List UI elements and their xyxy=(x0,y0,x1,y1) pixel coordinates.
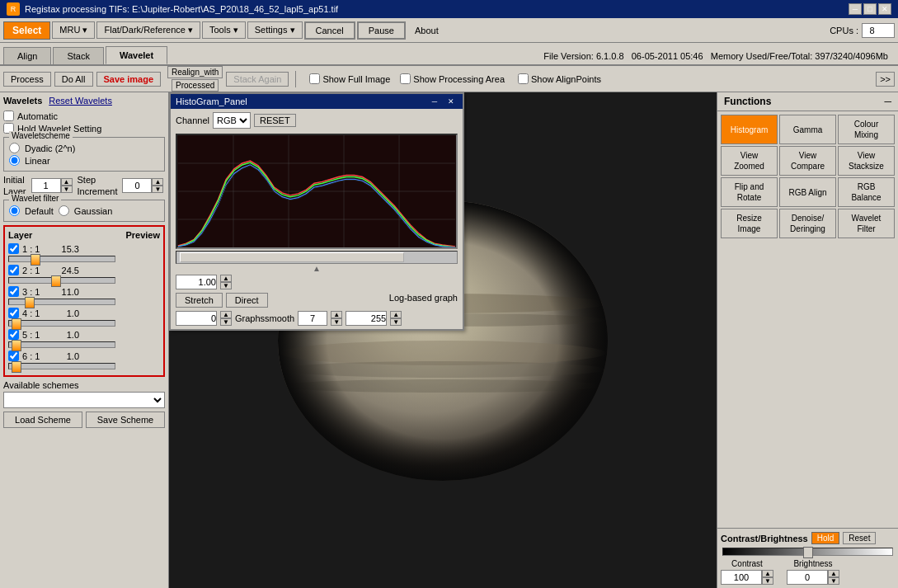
functions-minimize-button[interactable]: ─ xyxy=(884,96,891,107)
mru-menu[interactable]: MRU ▾ xyxy=(52,21,95,39)
denoise-func-button[interactable]: Denoise/ Deringing xyxy=(779,209,836,238)
layer-3-slider[interactable] xyxy=(8,299,115,305)
direct-button[interactable]: Direct xyxy=(226,293,268,308)
brightness-input[interactable]: 0 xyxy=(787,570,828,585)
initial-layer-up[interactable]: ▲ xyxy=(61,178,73,186)
processed-button[interactable]: Processed xyxy=(172,79,219,92)
layer-6-checkbox[interactable] xyxy=(8,350,19,361)
layer-4-thumb[interactable] xyxy=(12,318,21,330)
gamma-func-button[interactable]: Gamma xyxy=(779,115,836,144)
layer-6-thumb[interactable] xyxy=(12,361,21,373)
realign-button[interactable]: Realign_with xyxy=(167,66,223,78)
min-up-button[interactable]: ▲ xyxy=(220,311,232,318)
show-full-image-check[interactable]: Show Full Image xyxy=(309,73,390,84)
layer-4-slider[interactable] xyxy=(8,320,115,327)
graphsmooth-input[interactable]: 7 xyxy=(298,311,327,326)
automatic-check[interactable]: Automatic xyxy=(3,111,165,121)
schemes-select[interactable] xyxy=(3,392,165,408)
show-align-points-checkbox[interactable] xyxy=(518,73,529,84)
contrast-reset-button[interactable]: Reset xyxy=(843,532,876,544)
linear-radio[interactable] xyxy=(9,155,20,166)
layer-3-checkbox[interactable] xyxy=(8,286,19,297)
rgb-balance-func-button[interactable]: RGB Balance xyxy=(838,177,895,207)
layer-1-checkbox[interactable] xyxy=(8,243,19,254)
hold-button[interactable]: Hold xyxy=(811,532,840,544)
histogram-min-button[interactable]: ─ xyxy=(428,96,441,107)
layer-4-checkbox[interactable] xyxy=(8,308,19,318)
dyadic-radio[interactable] xyxy=(9,143,20,153)
histogram-reset-button[interactable]: RESET xyxy=(254,114,296,127)
histogram-zoom-input[interactable]: 1.00 xyxy=(176,275,217,289)
brightness-up-button[interactable]: ▲ xyxy=(828,570,839,577)
contrast-input[interactable]: 100 xyxy=(721,570,762,585)
minimize-button[interactable]: ─ xyxy=(849,3,862,15)
flatdark-menu[interactable]: Flat/Dark/Reference ▾ xyxy=(96,21,200,39)
contrast-brightness-slider[interactable] xyxy=(722,548,893,556)
resize-image-func-button[interactable]: Resize Image xyxy=(721,209,778,238)
smooth-up-button[interactable]: ▲ xyxy=(331,311,342,318)
step-increment-input[interactable]: 0 xyxy=(122,178,152,193)
layer-5-thumb[interactable] xyxy=(12,340,21,351)
brightness-down-button[interactable]: ▼ xyxy=(828,577,839,585)
layer-2-thumb[interactable] xyxy=(51,275,61,287)
save-scheme-button[interactable]: Save Scheme xyxy=(86,412,165,428)
maximize-button[interactable]: □ xyxy=(863,3,877,15)
tab-wavelet[interactable]: Wavelet xyxy=(106,46,167,64)
histogram-max-input[interactable]: 255 xyxy=(346,311,387,326)
view-stacksize-func-button[interactable]: View Stacksize xyxy=(838,146,895,176)
tab-align[interactable]: Align xyxy=(3,47,51,64)
channel-select[interactable]: RGB R G B xyxy=(213,112,251,129)
close-button[interactable]: ✕ xyxy=(878,3,891,15)
contrast-brightness-thumb[interactable] xyxy=(803,547,813,558)
rgb-align-func-button[interactable]: RGB Align xyxy=(779,177,836,207)
layer-5-checkbox[interactable] xyxy=(8,329,19,340)
contrast-up-button[interactable]: ▲ xyxy=(762,570,773,577)
layer-1-thumb[interactable] xyxy=(31,254,40,266)
step-increment-down[interactable]: ▼ xyxy=(152,186,163,193)
select-menu[interactable]: Select xyxy=(3,21,50,40)
automatic-checkbox[interactable] xyxy=(3,111,14,121)
histogram-scrollbar[interactable] xyxy=(176,251,458,264)
histogram-scroll-thumb[interactable] xyxy=(180,252,404,262)
tools-menu[interactable]: Tools ▾ xyxy=(202,21,246,39)
flip-rotate-func-button[interactable]: Flip and Rotate xyxy=(721,177,778,207)
zoom-down-button[interactable]: ▼ xyxy=(220,282,232,289)
show-processing-area-checkbox[interactable] xyxy=(400,73,411,84)
gaussian-filter-radio[interactable] xyxy=(59,205,69,216)
min-down-button[interactable]: ▼ xyxy=(220,318,232,326)
contrast-down-button[interactable]: ▼ xyxy=(762,577,773,585)
zoom-up-button[interactable]: ▲ xyxy=(220,275,232,282)
histogram-func-button[interactable]: Histogram xyxy=(721,115,778,144)
step-increment-up[interactable]: ▲ xyxy=(152,178,163,186)
default-filter-row[interactable]: Default Gaussian xyxy=(9,205,159,216)
histogram-min-input[interactable]: 0 xyxy=(176,311,217,326)
settings-menu[interactable]: Settings ▾ xyxy=(247,21,303,39)
cancel-button[interactable]: Cancel xyxy=(304,21,355,40)
max-up-button[interactable]: ▲ xyxy=(390,311,402,318)
save-image-button[interactable]: Save image xyxy=(96,72,162,87)
wavelet-filter-func-button[interactable]: Wavelet Filter xyxy=(838,209,895,238)
smooth-down-button[interactable]: ▼ xyxy=(331,318,342,326)
cpus-input[interactable] xyxy=(862,23,895,38)
initial-layer-input[interactable]: 1 xyxy=(31,178,61,193)
show-full-image-checkbox[interactable] xyxy=(309,73,320,84)
view-zoomed-func-button[interactable]: View Zoomed xyxy=(721,146,778,176)
dyadic-radio-row[interactable]: Dyadic (2^n) xyxy=(9,143,159,153)
layer-2-slider[interactable] xyxy=(8,277,115,284)
layer-2-checkbox[interactable] xyxy=(8,265,19,275)
layer-5-slider[interactable] xyxy=(8,341,115,348)
pause-button[interactable]: Pause xyxy=(357,21,406,40)
max-down-button[interactable]: ▼ xyxy=(390,318,402,326)
expand-button[interactable]: >> xyxy=(876,72,895,87)
default-filter-radio[interactable] xyxy=(9,205,20,216)
stretch-button[interactable]: Stretch xyxy=(176,293,223,308)
load-scheme-button[interactable]: Load Scheme xyxy=(3,412,82,428)
tab-stack[interactable]: Stack xyxy=(53,47,104,64)
show-processing-area-check[interactable]: Show Processing Area xyxy=(400,73,505,84)
layer-1-slider[interactable] xyxy=(8,256,115,262)
layer-6-slider[interactable] xyxy=(8,363,115,369)
linear-radio-row[interactable]: Linear xyxy=(9,155,159,166)
about-button[interactable]: About xyxy=(407,22,446,39)
reset-wavelets-link[interactable]: Reset Wavelets xyxy=(49,96,112,106)
colour-mixing-func-button[interactable]: Colour Mixing xyxy=(838,115,895,144)
